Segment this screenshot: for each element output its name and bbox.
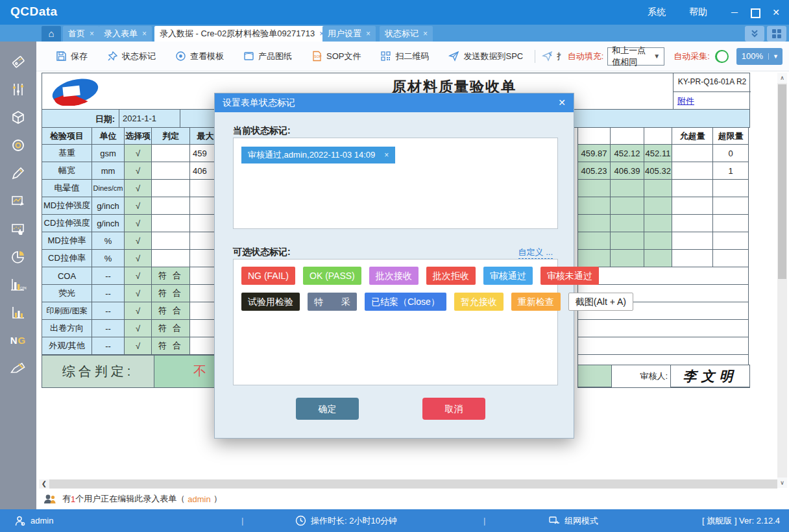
- row-judge[interactable]: 符 合: [152, 337, 190, 355]
- send-spc-button[interactable]: 发送数据到SPC: [448, 51, 523, 62]
- row-selected[interactable]: √: [125, 267, 152, 285]
- status-option-button[interactable]: OK (PASS): [303, 267, 361, 285]
- vertical-scrollbar[interactable]: ∧ ∨: [777, 73, 787, 488]
- status-option-button[interactable]: 已结案（Close）: [365, 293, 446, 311]
- tab-homepage[interactable]: 首页×: [63, 26, 99, 42]
- statusbar-user[interactable]: admin: [14, 509, 53, 532]
- tab-list-button[interactable]: [767, 26, 786, 42]
- sidebar-item-product[interactable]: [0, 103, 36, 131]
- status-option-button[interactable]: NG (FAIL): [241, 267, 295, 285]
- scroll-down-icon[interactable]: ∨: [777, 478, 787, 488]
- dialog-close-icon[interactable]: ✕: [558, 93, 566, 112]
- sidebar-item-tag[interactable]: [0, 47, 36, 75]
- sop-file-button[interactable]: SOP SOP文件: [311, 51, 361, 62]
- row-judge[interactable]: [152, 197, 190, 215]
- zoom-level-button[interactable]: 100% ▼: [736, 48, 783, 65]
- sidebar-item-settings-sliders[interactable]: [0, 75, 36, 103]
- data-cell[interactable]: 452.11: [644, 145, 672, 162]
- sidebar-item-chart-edit[interactable]: [0, 187, 36, 215]
- row-selected[interactable]: √: [125, 145, 152, 162]
- horizontal-scrollbar[interactable]: ❮: [39, 479, 777, 489]
- row-selected[interactable]: √: [125, 302, 152, 320]
- data-cell[interactable]: 406.39: [611, 162, 644, 180]
- sidebar-item-edit[interactable]: [0, 159, 36, 187]
- save-button[interactable]: 保存: [56, 51, 88, 62]
- status-option-button[interactable]: 特 采: [308, 293, 357, 311]
- tab-status-mark[interactable]: 状态标记×: [380, 26, 433, 42]
- tab-close-icon[interactable]: ×: [366, 26, 370, 42]
- row-judge[interactable]: [152, 215, 190, 232]
- tab-form-entry[interactable]: 录入表单×: [99, 26, 152, 42]
- tab-close-icon[interactable]: ×: [423, 26, 428, 42]
- data-cell[interactable]: 452.12: [611, 145, 644, 162]
- clipped-toolbar-button[interactable]: 扌: [542, 51, 565, 62]
- tab-close-icon[interactable]: ×: [142, 26, 147, 42]
- sidebar-item-bar-chart[interactable]: [0, 298, 36, 326]
- statusbar-network-mode[interactable]: 组网模式: [548, 509, 598, 532]
- data-cell[interactable]: 405.23: [578, 162, 611, 180]
- autofill-dropdown[interactable]: 和上一点值相同 ▼: [607, 47, 664, 66]
- sidebar-item-chart-touch[interactable]: [0, 215, 36, 243]
- sidebar-item-ng[interactable]: NG: [0, 326, 36, 354]
- view-template-button[interactable]: 查看模板: [175, 51, 224, 62]
- scroll-up-icon[interactable]: ∧: [777, 73, 787, 83]
- menu-help[interactable]: 帮助: [689, 6, 707, 18]
- menu-system[interactable]: 系统: [648, 6, 666, 18]
- tab-user-settings[interactable]: 用户设置×: [322, 26, 376, 42]
- sidebar-item-sign[interactable]: [0, 354, 36, 382]
- status-tag[interactable]: 审核通过,admin,2022-11-03 14:09 ×: [241, 147, 395, 163]
- dialog-title-bar[interactable]: 设置表单状态标记 ✕: [215, 93, 574, 112]
- close-icon[interactable]: ✕: [767, 5, 785, 19]
- status-option-button[interactable]: 试验用检验: [241, 293, 300, 311]
- maximize-icon[interactable]: [746, 5, 764, 19]
- sidebar-item-pie-chart[interactable]: [0, 243, 36, 271]
- attachment-link[interactable]: 附件: [674, 96, 694, 106]
- status-option-button[interactable]: 批次拒收: [426, 267, 476, 285]
- autocollect-toggle[interactable]: [715, 50, 729, 63]
- row-judge[interactable]: 符 合: [152, 320, 190, 337]
- row-judge[interactable]: 符 合: [152, 285, 190, 302]
- cancel-button[interactable]: 取消: [422, 398, 485, 420]
- data-cell[interactable]: 459.87: [578, 145, 611, 162]
- row-judge[interactable]: 符 合: [152, 302, 190, 320]
- product-drawing-button[interactable]: 产品图纸: [243, 51, 292, 62]
- scroll-left-icon[interactable]: ❮: [39, 479, 49, 489]
- ok-button[interactable]: 确定: [296, 398, 359, 420]
- row-selected[interactable]: √: [125, 250, 152, 267]
- status-mark-button[interactable]: 状态标记: [107, 51, 156, 62]
- row-selected[interactable]: √: [125, 285, 152, 302]
- scan-qr-button[interactable]: 扫二维码: [380, 51, 429, 62]
- row-selected[interactable]: √: [125, 180, 152, 197]
- customize-link[interactable]: 自定义 ...: [518, 247, 553, 259]
- row-judge[interactable]: [152, 162, 190, 180]
- tag-remove-icon[interactable]: ×: [384, 151, 389, 160]
- tab-close-icon[interactable]: ×: [90, 26, 94, 42]
- row-judge[interactable]: [152, 145, 190, 162]
- row-selected[interactable]: √: [125, 197, 152, 215]
- row-selected[interactable]: √: [125, 232, 152, 250]
- status-option-button[interactable]: 暂允接收: [454, 293, 504, 311]
- row-selected[interactable]: √: [125, 320, 152, 337]
- screenshot-button[interactable]: 截图(Alt + A): [568, 293, 633, 311]
- row-selected[interactable]: √: [125, 162, 152, 180]
- clock-icon: [295, 515, 306, 526]
- date-value[interactable]: 2021-1-1: [119, 110, 180, 127]
- collapse-tabs-button[interactable]: [745, 26, 764, 42]
- status-option-button[interactable]: 重新检查: [511, 293, 561, 311]
- tab-home[interactable]: ⌂: [42, 26, 61, 42]
- status-option-button[interactable]: 审核未通过: [540, 267, 599, 285]
- data-cell[interactable]: 405.32: [644, 162, 672, 180]
- status-option-button[interactable]: 审核通过: [483, 267, 533, 285]
- row-judge[interactable]: 符 合: [152, 267, 190, 285]
- sidebar-item-target[interactable]: [0, 131, 36, 159]
- row-judge[interactable]: [152, 232, 190, 250]
- row-judge[interactable]: [152, 180, 190, 197]
- row-judge[interactable]: [152, 250, 190, 267]
- vertical-scroll-thumb[interactable]: [778, 84, 786, 279]
- row-selected[interactable]: √: [125, 337, 152, 355]
- sidebar-item-cpk-chart[interactable]: CPK: [0, 271, 36, 298]
- row-selected[interactable]: √: [125, 215, 152, 232]
- minimize-icon[interactable]: ─: [725, 5, 744, 19]
- status-option-button[interactable]: 批次接收: [369, 267, 419, 285]
- tab-data-entry-active[interactable]: 录入数据 - Cre-02原材料检验单09271713×: [154, 26, 329, 42]
